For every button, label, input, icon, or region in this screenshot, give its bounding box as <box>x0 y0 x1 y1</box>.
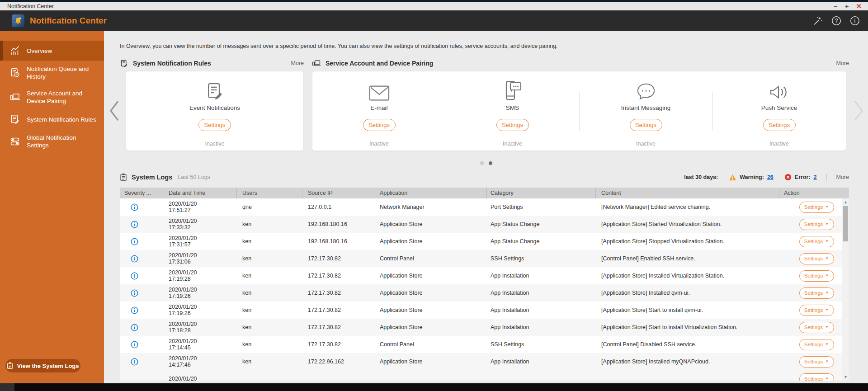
rules-icon <box>9 114 20 125</box>
col-content[interactable]: Content <box>596 188 779 198</box>
user-cell: ken <box>237 238 302 245</box>
date-time-cell: 2020/01/20 17:19:26 <box>163 287 237 300</box>
table-row: 2020/01/20 17:19:26 ken 172.17.30.82 App… <box>120 301 849 319</box>
help-icon[interactable]: ? <box>831 16 841 26</box>
category-cell: App Installation <box>487 358 596 365</box>
col-users[interactable]: Users <box>237 188 302 198</box>
sidebar-item-label: Global Notification Settings <box>27 134 99 149</box>
table-row: 2020/01/20 17:31:57 ken 192.168.180.16 A… <box>120 233 849 250</box>
col-action[interactable]: Action <box>779 188 849 198</box>
caret-down-icon: ▼ <box>825 291 829 295</box>
row-settings-dropdown-button[interactable]: Settings▼ <box>799 356 834 367</box>
warning-count-link[interactable]: 26 <box>767 174 774 180</box>
application-cell: Application Store <box>375 238 487 245</box>
sidebar: Overview Notification Queue and History <box>0 31 104 383</box>
row-settings-dropdown-button[interactable]: Settings▼ <box>799 219 834 230</box>
category-cell: SSH Settings <box>487 341 596 348</box>
logs-more-link[interactable]: More <box>836 174 849 180</box>
content-cell: [Control Panel] Enabled SSH service. <box>596 255 779 262</box>
date-time-cell: 2020/01/20 17:19:28 <box>163 269 237 283</box>
date-time-cell: 2020/01/20 17:18:28 <box>163 321 237 334</box>
svg-text:i: i <box>854 18 856 24</box>
info-icon <box>131 255 138 263</box>
carousel-prev-icon[interactable] <box>108 99 120 122</box>
row-settings-dropdown-button[interactable]: Settings▼ <box>799 305 834 316</box>
scrollbar-thumb[interactable] <box>843 206 848 241</box>
maximize-button[interactable]: + <box>845 3 849 9</box>
table-row: 2020/01/20 17:19:28 ken 172.17.30.82 App… <box>120 267 849 284</box>
sms-settings-button[interactable]: Settings <box>496 119 529 131</box>
table-row: 2020/01/20 17:18:28 ken 172.17.30.82 App… <box>120 319 849 336</box>
card-status: Inactive <box>636 141 656 147</box>
row-settings-dropdown-button[interactable]: Settings▼ <box>799 202 834 213</box>
date-time-cell: 2020/01/20 17:33:32 <box>163 218 237 231</box>
row-settings-dropdown-button[interactable]: Settings▼ <box>799 236 834 247</box>
sidebar-item-system-notification-rules[interactable]: System Notification Rules <box>0 109 104 129</box>
date-time-cell: 2020/01/20 14:17:46 <box>163 355 237 368</box>
col-application[interactable]: Application <box>375 188 487 198</box>
table-row: 2020/01/20 14:17:46 ken 172.22.96.162 Ap… <box>120 353 849 370</box>
action-cell: Settings▼ <box>779 305 849 316</box>
close-button[interactable]: ✕ <box>856 3 862 9</box>
quick-setup-wand-icon[interactable] <box>813 16 823 26</box>
error-count-link[interactable]: 2 <box>814 174 817 180</box>
sidebar-item-notification-queue-history[interactable]: Notification Queue and History <box>0 61 104 85</box>
sidebar-item-global-notification-settings[interactable]: Global Notification Settings <box>0 129 104 154</box>
push-service-settings-button[interactable]: Settings <box>763 119 796 131</box>
carousel-dot-1[interactable] <box>480 161 484 165</box>
application-cell: Application Store <box>375 307 487 313</box>
carousel-dot-2[interactable] <box>489 161 492 165</box>
row-settings-dropdown-button[interactable]: Settings▼ <box>799 339 834 350</box>
row-settings-dropdown-button[interactable]: Settings▼ <box>799 270 834 282</box>
info-about-icon[interactable]: i <box>850 16 860 26</box>
view-system-logs-button[interactable]: View the System Logs <box>5 359 80 372</box>
col-source-ip[interactable]: Source IP <box>302 188 375 198</box>
rules-more-link[interactable]: More <box>291 60 304 66</box>
row-settings-dropdown-button[interactable]: Settings▼ <box>799 373 834 381</box>
event-notifications-settings-button[interactable]: Settings <box>198 119 231 131</box>
table-row: 2020/01/20 17:33:32 ken 192.168.180.16 A… <box>120 216 849 233</box>
date-time-cell: 2020/01/20 17:51:27 <box>163 201 237 214</box>
date-time-cell: 2020/01/20 17:31:57 <box>163 235 237 248</box>
category-cell: App Status Change <box>487 221 596 227</box>
services-more-link[interactable]: More <box>836 60 849 66</box>
sidebar-item-service-account-device-pairing[interactable]: Service Account and Device Pairing <box>0 85 104 109</box>
col-severity[interactable]: Severity ... <box>120 188 163 198</box>
user-cell: ken <box>237 307 302 313</box>
source-ip-cell: 172.17.30.82 <box>302 324 375 330</box>
row-settings-dropdown-button[interactable]: Settings▼ <box>799 253 834 264</box>
carousel-next-icon[interactable] <box>853 99 864 122</box>
col-date-time[interactable]: Date and Time <box>163 188 237 198</box>
notification-center-app-icon <box>12 14 24 27</box>
action-cell: Settings▼ <box>779 236 849 247</box>
email-settings-button[interactable]: Settings <box>363 119 396 131</box>
sidebar-item-label: Service Account and Device Pairing <box>27 90 99 105</box>
action-cell: Settings▼ <box>779 270 849 282</box>
card-label: SMS <box>506 104 519 111</box>
warning-icon <box>729 174 736 181</box>
info-icon <box>131 324 138 331</box>
instant-messaging-settings-button[interactable]: Settings <box>630 119 662 131</box>
action-cell: Settings▼ <box>779 202 849 213</box>
category-cell: SSH Settings <box>487 255 596 262</box>
scroll-down-icon[interactable]: ▼ <box>842 374 849 380</box>
row-settings-dropdown-button[interactable]: Settings▼ <box>799 287 834 299</box>
vertical-scrollbar[interactable]: ▲ ▼ <box>842 198 849 381</box>
system-logs-header: System Logs Last 50 Logs last 30 days: W… <box>120 171 849 183</box>
source-ip-cell: 127.0.0.1 <box>302 204 375 210</box>
scroll-up-icon[interactable]: ▲ <box>842 199 849 205</box>
user-cell: ken <box>237 358 302 365</box>
app-title: Notification Center <box>30 16 107 26</box>
col-category[interactable]: Category <box>487 188 596 198</box>
sidebar-item-overview[interactable]: Overview <box>0 41 104 61</box>
table-row-partial: 2020/01/20 Settings▼ <box>120 370 849 381</box>
user-cell: ken <box>237 255 302 262</box>
services-panel-title: Service Account and Device Pairing <box>312 59 433 68</box>
caret-down-icon: ▼ <box>825 325 829 329</box>
content-cell: [Application Store] Installed Virtualiza… <box>596 273 779 279</box>
row-settings-dropdown-button[interactable]: Settings▼ <box>799 322 834 333</box>
minimize-button[interactable]: – <box>834 3 837 9</box>
table-row: 2020/01/20 17:14:45 ken 172.17.30.82 Con… <box>120 336 849 353</box>
severity-cell <box>120 341 163 349</box>
table-row: 2020/01/20 17:31:06 ken 172.17.30.82 Con… <box>120 250 849 267</box>
